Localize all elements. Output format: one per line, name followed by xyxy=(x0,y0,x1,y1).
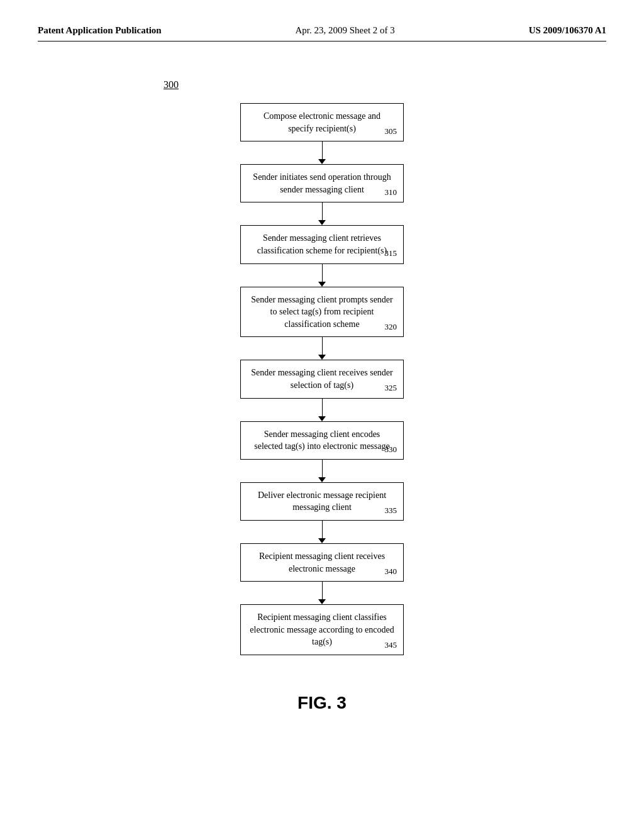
diagram-label: 300 xyxy=(164,79,179,91)
step-number-340: 340 xyxy=(385,566,397,577)
arrow-line xyxy=(322,202,323,220)
arrow-head xyxy=(318,355,326,360)
step-number-310: 310 xyxy=(385,187,397,198)
arrow-320 xyxy=(318,337,326,360)
arrow-line xyxy=(322,264,323,282)
flow-box-325: Sender messaging client receives sender … xyxy=(240,360,404,398)
flow-box-310: Sender initiates send operation through … xyxy=(240,164,404,202)
step-number-305: 305 xyxy=(385,126,397,137)
step-number-315: 315 xyxy=(385,248,397,259)
flowchart: Compose electronic message and specify r… xyxy=(240,103,404,655)
arrow-line xyxy=(322,337,323,355)
arrow-head xyxy=(318,282,326,287)
arrow-line xyxy=(322,141,323,159)
step-number-345: 345 xyxy=(385,639,397,651)
step-number-335: 335 xyxy=(385,505,397,516)
page-header: Patent Application Publication Apr. 23, … xyxy=(38,25,606,42)
arrow-head xyxy=(318,159,326,164)
header-right: US 2009/106370 A1 xyxy=(529,25,606,36)
diagram-container: 300 Compose electronic message and speci… xyxy=(38,67,606,655)
flow-box-315: Sender messaging client retrieves classi… xyxy=(240,225,404,263)
flow-box-text-310: Sender initiates send operation through … xyxy=(253,172,391,194)
flow-box-345: Recipient messaging client classifies el… xyxy=(240,604,404,655)
flow-box-text-330: Sender messaging client encodes selected… xyxy=(254,429,389,451)
step-number-330: 330 xyxy=(385,444,397,455)
header-center: Apr. 23, 2009 Sheet 2 of 3 xyxy=(296,25,395,36)
arrow-335 xyxy=(318,521,326,543)
flow-box-text-315: Sender messaging client retrieves classi… xyxy=(257,233,387,255)
flow-box-335: Deliver electronic message recipient mes… xyxy=(240,482,404,521)
flow-box-305: Compose electronic message and specify r… xyxy=(240,103,404,141)
arrow-310 xyxy=(318,202,326,225)
flow-box-text-335: Deliver electronic message recipient mes… xyxy=(258,490,386,512)
arrow-head xyxy=(318,220,326,225)
arrow-315 xyxy=(318,264,326,287)
page: Patent Application Publication Apr. 23, … xyxy=(0,0,644,830)
flow-box-text-320: Sender messaging client prompts sender t… xyxy=(251,295,393,329)
arrow-line xyxy=(322,399,323,416)
arrow-line xyxy=(322,460,323,477)
step-number-320: 320 xyxy=(385,321,397,333)
flow-box-text-305: Compose electronic message and specify r… xyxy=(264,111,380,133)
arrow-head xyxy=(318,477,326,482)
flow-box-text-345: Recipient messaging client classifies el… xyxy=(250,612,394,646)
flow-box-320: Sender messaging client prompts sender t… xyxy=(240,287,404,338)
arrow-line xyxy=(322,521,323,538)
arrow-340 xyxy=(318,582,326,604)
flow-box-text-340: Recipient messaging client receives elec… xyxy=(259,551,385,573)
figure-label: FIG. 3 xyxy=(38,693,606,713)
arrow-head xyxy=(318,416,326,421)
arrow-line xyxy=(322,582,323,599)
header-left: Patent Application Publication xyxy=(38,25,162,36)
arrow-325 xyxy=(318,399,326,421)
flow-box-340: Recipient messaging client receives elec… xyxy=(240,543,404,582)
flow-box-330: Sender messaging client encodes selected… xyxy=(240,421,404,460)
arrow-330 xyxy=(318,460,326,482)
flow-box-text-325: Sender messaging client receives sender … xyxy=(251,368,392,390)
arrow-305 xyxy=(318,141,326,164)
arrow-head xyxy=(318,599,326,604)
step-number-325: 325 xyxy=(385,382,397,394)
arrow-head xyxy=(318,538,326,543)
